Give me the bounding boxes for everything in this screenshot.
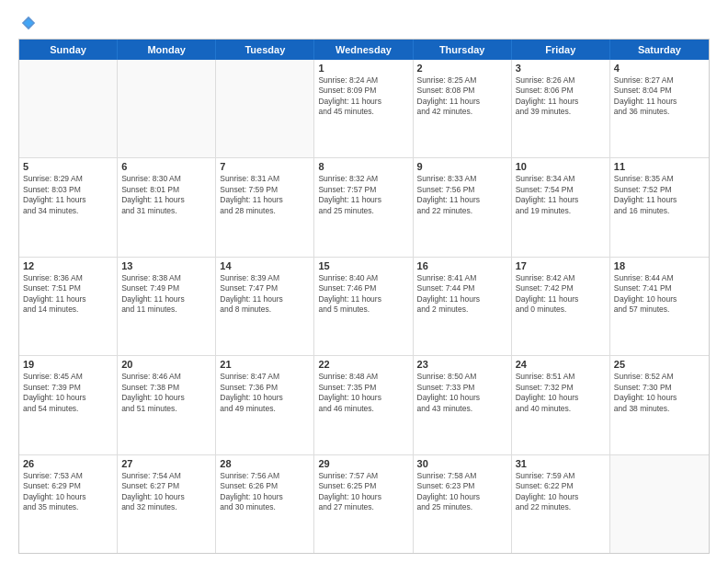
day-info: Sunrise: 8:32 AMSunset: 7:57 PMDaylight:… — [318, 174, 408, 216]
day-info: Sunrise: 8:24 AMSunset: 8:09 PMDaylight:… — [318, 75, 408, 118]
day-cell-1: 1Sunrise: 8:24 AMSunset: 8:09 PMDaylight… — [314, 60, 413, 157]
day-number: 21 — [220, 359, 310, 370]
day-info: Sunrise: 8:27 AMSunset: 8:04 PMDaylight:… — [614, 75, 705, 118]
day-cell-24: 24Sunrise: 8:51 AMSunset: 7:32 PMDayligh… — [512, 356, 610, 454]
day-cell-13: 13Sunrise: 8:38 AMSunset: 7:49 PMDayligh… — [118, 258, 216, 355]
day-number: 15 — [318, 260, 408, 271]
day-info: Sunrise: 8:45 AMSunset: 7:39 PMDaylight:… — [23, 372, 113, 414]
empty-cell — [216, 60, 314, 157]
day-cell-26: 26Sunrise: 7:53 AMSunset: 6:29 PMDayligh… — [19, 455, 118, 553]
day-info: Sunrise: 8:46 AMSunset: 7:38 PMDaylight:… — [121, 372, 211, 414]
day-number: 20 — [121, 359, 211, 370]
day-cell-2: 2Sunrise: 8:25 AMSunset: 8:08 PMDaylight… — [414, 60, 512, 157]
day-cell-3: 3Sunrise: 8:26 AMSunset: 8:06 PMDaylight… — [512, 60, 610, 157]
day-info: Sunrise: 8:44 AMSunset: 7:41 PMDaylight:… — [614, 273, 705, 316]
calendar-row-3: 12Sunrise: 8:36 AMSunset: 7:51 PMDayligh… — [19, 258, 709, 356]
weekday-header-tuesday: Tuesday — [216, 40, 314, 60]
day-cell-19: 19Sunrise: 8:45 AMSunset: 7:39 PMDayligh… — [19, 356, 118, 454]
day-cell-27: 27Sunrise: 7:54 AMSunset: 6:27 PMDayligh… — [118, 455, 216, 553]
calendar-row-5: 26Sunrise: 7:53 AMSunset: 6:29 PMDayligh… — [19, 455, 709, 553]
day-info: Sunrise: 8:30 AMSunset: 8:01 PMDaylight:… — [121, 174, 211, 216]
day-info: Sunrise: 8:51 AMSunset: 7:32 PMDaylight:… — [516, 372, 606, 414]
day-number: 10 — [516, 161, 606, 172]
logo — [18, 15, 37, 31]
day-number: 19 — [23, 359, 113, 370]
day-number: 29 — [318, 458, 408, 469]
day-number: 13 — [121, 260, 211, 271]
weekday-header-wednesday: Wednesday — [314, 40, 413, 60]
day-cell-11: 11Sunrise: 8:35 AMSunset: 7:52 PMDayligh… — [610, 158, 709, 256]
day-info: Sunrise: 8:40 AMSunset: 7:46 PMDaylight:… — [318, 273, 408, 316]
day-number: 27 — [121, 458, 211, 469]
calendar-row-1: 1Sunrise: 8:24 AMSunset: 8:09 PMDaylight… — [19, 60, 709, 158]
day-info: Sunrise: 8:48 AMSunset: 7:35 PMDaylight:… — [318, 372, 408, 414]
day-number: 22 — [318, 359, 408, 370]
calendar-row-4: 19Sunrise: 8:45 AMSunset: 7:39 PMDayligh… — [19, 356, 709, 454]
day-info: Sunrise: 8:52 AMSunset: 7:30 PMDaylight:… — [614, 372, 705, 414]
day-number: 5 — [23, 161, 113, 172]
day-cell-4: 4Sunrise: 8:27 AMSunset: 8:04 PMDaylight… — [610, 60, 709, 157]
day-info: Sunrise: 7:57 AMSunset: 6:25 PMDaylight:… — [318, 471, 408, 513]
weekday-header-sunday: Sunday — [19, 40, 118, 60]
day-number: 28 — [220, 458, 310, 469]
weekday-header-thursday: Thursday — [414, 40, 512, 60]
day-number: 12 — [23, 260, 113, 271]
day-number: 31 — [516, 458, 606, 469]
day-number: 11 — [614, 161, 705, 172]
day-number: 23 — [417, 359, 507, 370]
day-number: 9 — [417, 161, 507, 172]
day-cell-14: 14Sunrise: 8:39 AMSunset: 7:47 PMDayligh… — [216, 258, 314, 355]
day-number: 8 — [318, 161, 408, 172]
page-header — [18, 15, 710, 31]
day-info: Sunrise: 8:50 AMSunset: 7:33 PMDaylight:… — [417, 372, 507, 414]
day-cell-18: 18Sunrise: 8:44 AMSunset: 7:41 PMDayligh… — [610, 258, 709, 355]
day-info: Sunrise: 7:58 AMSunset: 6:23 PMDaylight:… — [417, 471, 507, 513]
day-info: Sunrise: 8:38 AMSunset: 7:49 PMDaylight:… — [121, 273, 211, 316]
day-cell-25: 25Sunrise: 8:52 AMSunset: 7:30 PMDayligh… — [610, 356, 709, 454]
day-cell-23: 23Sunrise: 8:50 AMSunset: 7:33 PMDayligh… — [414, 356, 512, 454]
day-cell-28: 28Sunrise: 7:56 AMSunset: 6:26 PMDayligh… — [216, 455, 314, 553]
day-cell-15: 15Sunrise: 8:40 AMSunset: 7:46 PMDayligh… — [314, 258, 413, 355]
weekday-header-saturday: Saturday — [610, 40, 709, 60]
weekday-header-monday: Monday — [118, 40, 216, 60]
day-number: 1 — [318, 63, 408, 74]
logo-icon — [20, 15, 37, 31]
calendar: SundayMondayTuesdayWednesdayThursdayFrid… — [18, 39, 710, 554]
day-cell-12: 12Sunrise: 8:36 AMSunset: 7:51 PMDayligh… — [19, 258, 118, 355]
empty-cell — [610, 455, 709, 553]
day-number: 4 — [614, 63, 705, 74]
day-cell-29: 29Sunrise: 7:57 AMSunset: 6:25 PMDayligh… — [314, 455, 413, 553]
day-cell-30: 30Sunrise: 7:58 AMSunset: 6:23 PMDayligh… — [414, 455, 512, 553]
weekday-header-friday: Friday — [512, 40, 610, 60]
day-cell-21: 21Sunrise: 8:47 AMSunset: 7:36 PMDayligh… — [216, 356, 314, 454]
day-cell-6: 6Sunrise: 8:30 AMSunset: 8:01 PMDaylight… — [118, 158, 216, 256]
day-info: Sunrise: 7:53 AMSunset: 6:29 PMDaylight:… — [23, 471, 113, 513]
day-info: Sunrise: 8:26 AMSunset: 8:06 PMDaylight:… — [516, 75, 606, 118]
day-info: Sunrise: 8:42 AMSunset: 7:42 PMDaylight:… — [516, 273, 606, 316]
day-cell-31: 31Sunrise: 7:59 AMSunset: 6:22 PMDayligh… — [512, 455, 610, 553]
day-info: Sunrise: 7:59 AMSunset: 6:22 PMDaylight:… — [516, 471, 606, 513]
day-number: 6 — [121, 161, 211, 172]
day-cell-7: 7Sunrise: 8:31 AMSunset: 7:59 PMDaylight… — [216, 158, 314, 256]
day-cell-17: 17Sunrise: 8:42 AMSunset: 7:42 PMDayligh… — [512, 258, 610, 355]
day-info: Sunrise: 8:41 AMSunset: 7:44 PMDaylight:… — [417, 273, 507, 316]
day-info: Sunrise: 7:56 AMSunset: 6:26 PMDaylight:… — [220, 471, 310, 513]
day-info: Sunrise: 7:54 AMSunset: 6:27 PMDaylight:… — [121, 471, 211, 513]
day-info: Sunrise: 8:47 AMSunset: 7:36 PMDaylight:… — [220, 372, 310, 414]
empty-cell — [118, 60, 216, 157]
day-number: 14 — [220, 260, 310, 271]
day-cell-9: 9Sunrise: 8:33 AMSunset: 7:56 PMDaylight… — [414, 158, 512, 256]
day-info: Sunrise: 8:35 AMSunset: 7:52 PMDaylight:… — [614, 174, 705, 216]
calendar-header: SundayMondayTuesdayWednesdayThursdayFrid… — [19, 40, 709, 60]
empty-cell — [19, 60, 118, 157]
day-number: 18 — [614, 260, 705, 271]
day-number: 24 — [516, 359, 606, 370]
day-cell-8: 8Sunrise: 8:32 AMSunset: 7:57 PMDaylight… — [314, 158, 413, 256]
day-cell-5: 5Sunrise: 8:29 AMSunset: 8:03 PMDaylight… — [19, 158, 118, 256]
day-info: Sunrise: 8:39 AMSunset: 7:47 PMDaylight:… — [220, 273, 310, 316]
calendar-body: 1Sunrise: 8:24 AMSunset: 8:09 PMDaylight… — [19, 60, 709, 553]
day-info: Sunrise: 8:31 AMSunset: 7:59 PMDaylight:… — [220, 174, 310, 216]
day-number: 3 — [516, 63, 606, 74]
day-info: Sunrise: 8:29 AMSunset: 8:03 PMDaylight:… — [23, 174, 113, 216]
day-cell-20: 20Sunrise: 8:46 AMSunset: 7:38 PMDayligh… — [118, 356, 216, 454]
